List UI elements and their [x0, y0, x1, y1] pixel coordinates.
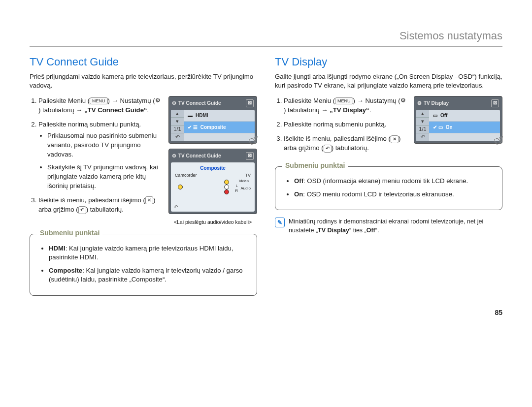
nav-down-icon: ▾	[416, 118, 429, 125]
screenshot-option-list: ▬ HDMI ✔ ☰ Composite	[184, 110, 255, 141]
screenshot-tv-connect-menu: ⚙ TV Connect Guide ⊠ ▴ ▾ 1/1 ↶	[168, 96, 257, 144]
section-heading-tv-display: TV Display	[275, 56, 502, 68]
step1-text-d: .	[369, 106, 371, 114]
screenshot-nav-col: ▴ ▾ 1/1 ↶	[171, 110, 184, 141]
steps-area: Palieskite Meniu (MENU) → Nustatymų (⚙) …	[275, 96, 407, 158]
intro-text: Prieš prijungdami vaizdo kamerą prie tel…	[30, 72, 257, 90]
note: ✎ Miniatiūrų rodinys ir demonstraciniai …	[275, 217, 502, 235]
step2-sublist: Priklausomai nuo pasirinkto submeniu var…	[38, 131, 162, 190]
steps-list: Palieskite Meniu (MENU) → Nustatymų (⚙) …	[275, 96, 407, 153]
submenu-item-desc: : OSD meniu rodomi LCD ir televizoriaus …	[303, 190, 454, 198]
option-label: Off	[440, 113, 447, 118]
diagram-labels: Camcorder TV	[175, 173, 251, 178]
steps-area: Palieskite Meniu (MENU) → Nustatymų (⚙) …	[30, 96, 162, 219]
step-2: Palieskite norimą submeniu punktą. Prikl…	[38, 120, 162, 190]
note-icon: ✎	[275, 218, 285, 227]
step1-text-a: Palieskite Meniu (	[284, 97, 335, 104]
submenu-item-hdmi: HDMI: Kai jungiate vaizdo kamerą prie te…	[49, 244, 249, 262]
diagram-connectors: Video L R Audio	[175, 180, 251, 193]
page-number: 85	[30, 309, 502, 316]
option-on-selected: ✔ ▭ On	[429, 122, 500, 133]
step3-text-c: ) tabuliatorių.	[86, 206, 124, 213]
close-icon: ⊠	[491, 99, 499, 107]
submenu-list: Off: OSD (informacija ekrane) meniu rodo…	[283, 177, 494, 199]
back-icon: ↶	[171, 133, 184, 141]
submenu-item-name: Composite	[49, 267, 82, 274]
step1-text-b: ) → Nustatymų (	[108, 97, 155, 104]
submenu-box: Submeniu punktai HDMI: Kai jungiate vaiz…	[30, 234, 257, 296]
gear-icon: ⚙	[172, 153, 176, 158]
close-icon: ✕	[145, 196, 153, 204]
submenu-heading: Submeniu punktai	[282, 161, 348, 169]
note-text-c: “.	[375, 227, 379, 234]
section-heading-tv-connect: TV Connect Guide	[30, 56, 257, 68]
screenshot-titlebar: ⚙ TV Connect Guide ⊠	[171, 98, 255, 110]
submenu-item-composite: Composite: Kai jungiate vaizdo kamerą ir…	[49, 266, 249, 284]
diagram-subtitle: Composite	[175, 165, 251, 171]
close-icon: ⊠	[246, 99, 254, 107]
step3-text-a: Išeikite iš meniu, paliesdami išėjimo (	[284, 135, 391, 142]
screenshot-title: TV Connect Guide	[178, 100, 221, 106]
screenshot-body: ▴ ▾ 1/1 ↶ ▬ HDMI ✔ ☰ Composite	[171, 110, 255, 141]
step1-text-a: Palieskite Meniu (	[38, 97, 90, 104]
menu-button-icon: MENU	[90, 97, 108, 104]
left-column: TV Connect Guide Prieš prijungdami vaizd…	[30, 56, 257, 296]
submenu-item-on: On: OSD meniu rodomi LCD ir televizoriau…	[294, 190, 494, 199]
back-icon: ↶	[78, 206, 86, 214]
nav-up-icon: ▴	[416, 110, 429, 118]
page-indicator: 1/1	[416, 125, 429, 133]
submenu-item-name: On	[294, 190, 303, 198]
option-label: HDMI	[196, 113, 208, 118]
step2-text: Palieskite norimą submeniu punktą.	[38, 121, 141, 128]
manual-page: Sistemos nustatymas TV Connect Guide Pri…	[30, 30, 502, 316]
screenshot-body: ▴ ▾ 1/1 ↶ ▭ Off ✔ ▭ On	[416, 110, 500, 141]
submenu-item-name: Off	[294, 177, 303, 185]
step2-sub1: Priklausomai nuo pasirinkto submeniu var…	[47, 131, 162, 159]
audio-label: Audio	[241, 186, 251, 190]
nav-up-icon: ▴	[171, 110, 184, 118]
submenu-heading: Submeniu punktai	[37, 229, 102, 237]
chapter-title: Sistemos nustatymas	[30, 30, 502, 47]
submenu-list: HDMI: Kai jungiate vaizdo kamerą prie te…	[38, 244, 249, 284]
note-text-b: “ ties „	[349, 227, 366, 234]
video-label: Video	[239, 179, 249, 183]
nav-down-icon: ▾	[171, 118, 184, 125]
steps-with-screenshots: Palieskite Meniu (MENU) → Nustatymų (⚙) …	[30, 96, 257, 225]
screenshot-cable-diagram: ⚙ TV Connect Guide ⊠ Composite Camcorder…	[168, 149, 257, 214]
screenshot-tv-display-menu: ⚙ TV Display ⊠ ▴ ▾ 1/1 ↶	[414, 96, 502, 144]
step3-text-a: Išeikite iš meniu, paliesdami išėjimo (	[38, 196, 145, 204]
step1-text-c: ) tabuliatorių →	[284, 106, 330, 114]
gear-icon: ⚙	[155, 96, 161, 105]
right-column: TV Display Galite įjungti arba išjungti …	[275, 56, 502, 296]
close-icon: ⊠	[246, 152, 254, 160]
camcorder-label: Camcorder	[175, 173, 197, 178]
screenshots-column: ⚙ TV Connect Guide ⊠ ▴ ▾ 1/1 ↶	[168, 96, 257, 225]
step1-bold: „TV Connect Guide“	[84, 106, 147, 114]
submenu-item-desc: : Kai jungiate vaizdo kamerą prie televi…	[49, 245, 233, 261]
screenshot-option-list: ▭ Off ✔ ▭ On	[429, 110, 500, 141]
screenshot-titlebar: ⚙ TV Connect Guide ⊠	[171, 151, 255, 162]
two-column-layout: TV Connect Guide Prieš prijungdami vaizd…	[30, 56, 502, 296]
screenshot-titlebar: ⚙ TV Display ⊠	[416, 98, 500, 110]
option-composite-selected: ✔ ☰ Composite	[184, 122, 255, 133]
submenu-item-desc: : OSD (informacija ekrane) meniu rodomi …	[303, 177, 468, 185]
back-icon: ↶	[174, 204, 178, 210]
cable-diagram-body: Composite Camcorder TV Video	[171, 162, 255, 212]
note-off-bold: Off	[366, 227, 375, 234]
step1-text-d: .	[147, 106, 149, 114]
gear-icon: ⚙	[417, 100, 422, 106]
option-hdmi: ▬ HDMI	[184, 110, 255, 122]
submenu-box: Submeniu punktai Off: OSD (informacija e…	[275, 166, 502, 210]
back-icon: ↶	[416, 133, 429, 141]
step1-text-c: ) tabuliatorių →	[38, 106, 84, 114]
step-2: Palieskite norimą submeniu punktą.	[284, 120, 407, 129]
intro-text: Galite įjungti arba išjungti rodymo ekra…	[275, 72, 502, 90]
back-icon: ↶	[324, 145, 332, 153]
note-text: Miniatiūrų rodinys ir demonstraciniai ek…	[289, 217, 502, 235]
screenshot-title: TV Connect Guide	[178, 153, 221, 158]
option-off: ▭ Off	[429, 110, 500, 122]
steps-with-screenshots: Palieskite Meniu (MENU) → Nustatymų (⚙) …	[275, 96, 502, 158]
steps-list: Palieskite Meniu (MENU) → Nustatymų (⚙) …	[30, 96, 162, 215]
step-3: Išeikite iš meniu, paliesdami išėjimo (✕…	[38, 195, 162, 214]
note-bold: TV Display	[318, 227, 349, 234]
